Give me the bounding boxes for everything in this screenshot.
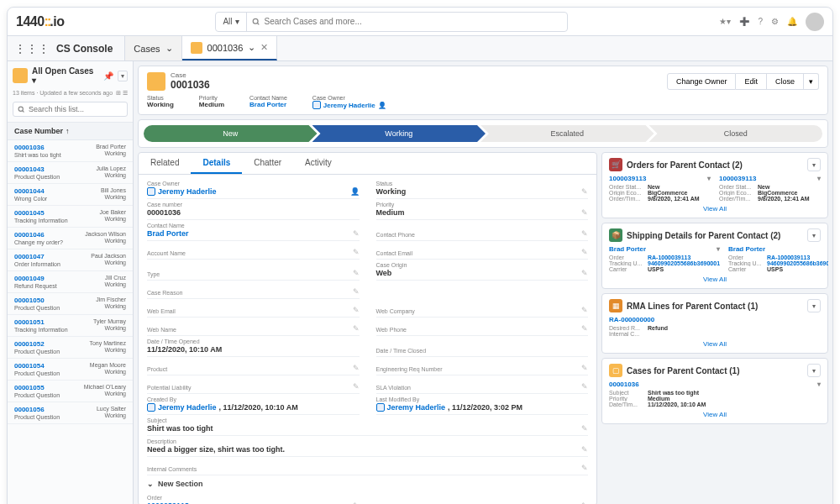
item-menu-icon[interactable]: ▾ bbox=[707, 175, 711, 182]
chevron-down-icon[interactable]: ▾ bbox=[118, 71, 128, 81]
card-menu-button[interactable]: ▾ bbox=[807, 364, 821, 377]
case-list-row[interactable]: 00001045Tracking InformationJoe BakerWor… bbox=[8, 206, 133, 228]
edit-pencil-icon[interactable]: ✎ bbox=[581, 364, 588, 372]
card-menu-button[interactable]: ▾ bbox=[807, 158, 821, 171]
list-display-controls[interactable]: ⊞ ☰ bbox=[116, 90, 128, 97]
edit-pencil-icon[interactable]: ✎ bbox=[353, 364, 360, 372]
edit-pencil-icon[interactable]: ✎ bbox=[581, 229, 588, 238]
edit-pencil-icon[interactable]: ✎ bbox=[581, 269, 588, 277]
case-icon: ▢ bbox=[609, 364, 622, 377]
list-view-name[interactable]: All Open Cases ▾ bbox=[32, 66, 99, 85]
card-title[interactable]: Orders for Parent Contact (2) bbox=[627, 160, 743, 170]
tab-related[interactable]: Related bbox=[139, 153, 191, 174]
search-input[interactable] bbox=[265, 17, 563, 26]
record-link[interactable]: 00001036 bbox=[609, 381, 639, 388]
card-menu-button[interactable]: ▾ bbox=[807, 299, 821, 312]
record-link[interactable]: 1000039113 bbox=[719, 175, 757, 182]
edit-pencil-icon[interactable]: ✎ bbox=[353, 287, 360, 296]
path-step-escalated[interactable]: Escalated bbox=[480, 125, 654, 142]
item-menu-icon[interactable]: ▾ bbox=[717, 245, 720, 253]
list-search-input[interactable] bbox=[29, 105, 123, 113]
favorites-icon[interactable]: ★▾ bbox=[719, 17, 731, 26]
tab-case-record[interactable]: 0001036 ⌄ ✕ bbox=[182, 36, 278, 60]
edit-pencil-icon[interactable]: ✎ bbox=[581, 464, 588, 472]
notifications-bell-icon[interactable]: 🔔 bbox=[787, 17, 797, 26]
change-owner-icon[interactable]: 👤 bbox=[378, 102, 386, 109]
tab-activity[interactable]: Activity bbox=[293, 153, 344, 174]
edit-pencil-icon[interactable]: ✎ bbox=[581, 382, 588, 391]
edit-pencil-icon[interactable]: ✎ bbox=[353, 324, 360, 333]
edit-button[interactable]: Edit bbox=[736, 73, 767, 90]
edit-pencil-icon[interactable]: ✎ bbox=[581, 208, 588, 217]
change-owner-button[interactable]: Change Owner bbox=[667, 73, 737, 90]
view-all-link[interactable]: View All bbox=[609, 340, 821, 348]
path-step-closed[interactable]: Closed bbox=[649, 125, 823, 142]
list-search[interactable] bbox=[13, 102, 128, 117]
user-avatar[interactable] bbox=[806, 13, 824, 31]
case-icon bbox=[191, 42, 202, 54]
search-scope-dropdown[interactable]: All▾ bbox=[216, 13, 246, 31]
card-title[interactable]: Cases for Parent Contact (1) bbox=[627, 366, 739, 375]
help-icon[interactable]: ? bbox=[758, 17, 763, 26]
case-list-row[interactable]: 00001054Product QuestionMegan MooreWorki… bbox=[8, 359, 133, 381]
edit-pencil-icon[interactable]: ✎ bbox=[353, 248, 360, 256]
case-list-row[interactable]: 00001050Product QuestionJim FischerWorki… bbox=[8, 293, 133, 315]
section-new[interactable]: ⌄New Section bbox=[147, 475, 588, 492]
case-list-row[interactable]: 00001052Product QuestionTony MartinezWor… bbox=[8, 337, 133, 359]
global-header: 1440::.io All▾ ★▾ ➕ ? ⚙ 🔔 bbox=[8, 8, 832, 36]
edit-pencil-icon[interactable]: ✎ bbox=[581, 187, 588, 196]
card-title[interactable]: RMA Lines for Parent Contact (1) bbox=[627, 302, 758, 311]
related-panel: 🛒Orders for Parent Contact (2) ▾ 1000039… bbox=[601, 152, 828, 504]
more-actions-button[interactable]: ▾ bbox=[804, 73, 819, 90]
edit-pencil-icon[interactable]: ✎ bbox=[353, 229, 360, 238]
list-view-sidebar: All Open Cases ▾ 📌 ▾ 13 items · Updated … bbox=[8, 61, 134, 504]
tab-chatter[interactable]: Chatter bbox=[242, 153, 293, 174]
tab-details[interactable]: Details bbox=[191, 153, 242, 174]
case-list-row[interactable]: 00001051Tracking InformationTyler Murray… bbox=[8, 315, 133, 337]
item-menu-icon[interactable]: ▾ bbox=[817, 381, 821, 388]
case-list-row[interactable]: 00001055Product QuestionMichael O'LearyW… bbox=[8, 381, 133, 402]
edit-pencil-icon[interactable]: ✎ bbox=[353, 306, 360, 314]
record-link[interactable]: Brad Porter bbox=[609, 245, 646, 253]
record-link[interactable]: RA-000000000 bbox=[609, 316, 654, 323]
setup-gear-icon[interactable]: ⚙ bbox=[771, 17, 779, 26]
edit-pencil-icon[interactable]: ✎ bbox=[581, 248, 588, 256]
edit-pencil-icon[interactable]: ✎ bbox=[353, 269, 360, 277]
tab-cases[interactable]: Cases ⌄ bbox=[125, 36, 181, 60]
global-search[interactable]: All▾ bbox=[215, 12, 568, 32]
case-list-row[interactable]: 00001036Shirt was too tightBrad PorterWo… bbox=[8, 140, 133, 162]
view-all-link[interactable]: View All bbox=[609, 276, 821, 283]
close-button[interactable]: Close bbox=[767, 73, 804, 90]
edit-pencil-icon[interactable]: ✎ bbox=[581, 324, 588, 333]
change-owner-icon[interactable]: 👤 bbox=[350, 187, 360, 196]
card-item: Brad Porter▾OrderRA-1000039113Tracking U… bbox=[609, 245, 720, 272]
pin-icon[interactable]: 📌 bbox=[103, 71, 113, 81]
field-type: Type✎ bbox=[147, 260, 360, 281]
record-link[interactable]: Brad Porter bbox=[728, 245, 765, 253]
svg-point-2 bbox=[18, 107, 23, 111]
path-step-working[interactable]: Working bbox=[312, 125, 486, 142]
case-list-row[interactable]: 00001056Product QuestionLucy SalterWorki… bbox=[8, 402, 133, 424]
case-list-row[interactable]: 00001047Order InformationPaul JacksonWor… bbox=[8, 249, 133, 271]
edit-pencil-icon[interactable]: ✎ bbox=[581, 445, 588, 454]
item-menu-icon[interactable]: ▾ bbox=[817, 175, 821, 182]
edit-pencil-icon[interactable]: ✎ bbox=[581, 306, 588, 314]
case-list-row[interactable]: 00001044Wrong ColorBill JonesWorking bbox=[8, 184, 133, 206]
summary-status: StatusWorking bbox=[147, 95, 174, 109]
app-launcher-icon[interactable]: ⋮⋮⋮ bbox=[8, 36, 56, 60]
edit-pencil-icon[interactable]: ✎ bbox=[581, 424, 588, 433]
view-all-link[interactable]: View All bbox=[609, 411, 821, 418]
add-icon[interactable]: ➕ bbox=[739, 17, 749, 26]
view-all-link[interactable]: View All bbox=[609, 205, 821, 213]
close-icon[interactable]: ✕ bbox=[260, 42, 268, 53]
card-title[interactable]: Shipping Details for Parent Contact (2) bbox=[627, 231, 780, 240]
column-header-case-number[interactable]: Case Number ↑ bbox=[8, 122, 133, 140]
case-list-row[interactable]: 00001049Refund RequestJill CruzWorking bbox=[8, 271, 133, 293]
detail-panel: Related Details Chatter Activity Case Ow… bbox=[138, 152, 597, 504]
card-menu-button[interactable]: ▾ bbox=[807, 228, 821, 242]
edit-pencil-icon[interactable]: ✎ bbox=[353, 382, 360, 391]
case-list-row[interactable]: 00001046Change my order?Jackson WilsonWo… bbox=[8, 228, 133, 249]
path-step-new[interactable]: New bbox=[144, 125, 318, 142]
record-link[interactable]: 1000039113 bbox=[609, 175, 647, 182]
case-list-row[interactable]: 00001043Product QuestionJulia LopezWorki… bbox=[8, 162, 133, 184]
